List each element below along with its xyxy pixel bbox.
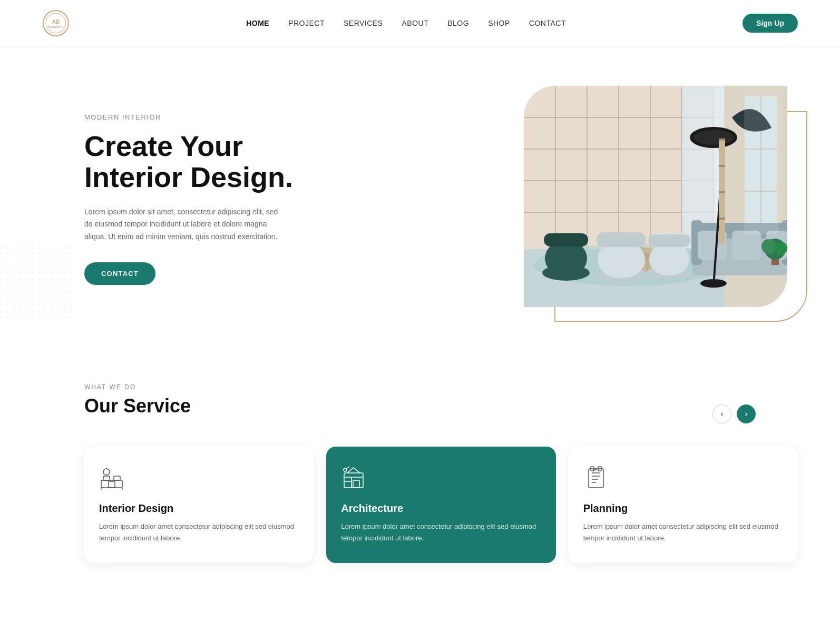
svg-line-75 [346,467,349,469]
navbar: AD Authentic HOME PROJECT SERVICES ABOUT… [0,0,840,46]
svg-rect-32 [732,231,761,260]
architecture-icon [341,466,366,491]
dot-pattern-decoration [0,246,74,320]
hero-section: MODERN INTERIOR Create Your Interior Des… [0,46,840,352]
hero-title: Create Your Interior Design. [84,131,306,193]
card-desc-planning: Lorem ipsum dolor amet consectetur adipi… [583,521,783,544]
svg-point-49 [694,130,734,145]
services-section: WHAT WE DO Our Service ‹ › Interior Desi… [0,352,840,605]
svg-rect-63 [114,476,120,480]
logo-icon: AD Authentic [42,9,70,37]
signup-button[interactable]: Sign Up [743,14,798,33]
nav-item-shop[interactable]: SHOP [488,18,510,28]
hero-image-container [524,86,798,312]
card-desc-architecture: Lorem ipsum dolor amet consectetur adipi… [341,521,541,544]
hero-subtitle: MODERN INTERIOR [84,113,306,121]
logo[interactable]: AD Authentic [42,9,70,37]
svg-rect-52 [719,139,725,141]
svg-rect-76 [589,469,603,488]
hero-image-area [306,86,798,312]
svg-rect-66 [109,481,115,488]
service-card-interior-design: Interior Design Lorem ipsum dolor amet c… [84,447,314,563]
nav-item-services[interactable]: SERVICES [344,18,383,28]
nav-item-contact[interactable]: CONTACT [529,18,566,28]
card-desc-interior: Lorem ipsum dolor amet consectetur adipi… [99,521,299,544]
hero-description: Lorem ipsum dolor sit amet, consectetur … [84,206,285,243]
svg-rect-60 [744,95,778,234]
card-title-interior: Interior Design [99,502,299,515]
svg-rect-43 [597,232,646,247]
carousel-controls: ‹ › [712,404,756,423]
hero-text-block: MODERN INTERIOR Create Your Interior Des… [84,113,306,285]
nav-item-about[interactable]: ABOUT [402,18,429,28]
svg-point-59 [775,242,787,254]
carousel-next-button[interactable]: › [737,404,756,423]
nav-item-project[interactable]: PROJECT [288,18,325,28]
svg-rect-73 [353,480,359,488]
card-title-planning: Planning [583,502,783,515]
svg-text:Authentic: Authentic [48,25,64,28]
svg-point-67 [103,469,110,475]
service-cards-row: Interior Design Lorem ipsum dolor amet c… [84,447,798,563]
service-card-planning: Planning Lorem ipsum dolor amet consecte… [569,447,798,563]
nav-item-blog[interactable]: BLOG [447,18,469,28]
planning-icon [583,466,609,491]
services-tag: WHAT WE DO [84,383,798,391]
svg-point-50 [700,279,727,288]
svg-text:AD: AD [52,19,60,25]
room-illustration [524,86,787,307]
svg-rect-54 [719,191,725,193]
svg-point-58 [761,239,776,254]
svg-rect-53 [719,165,725,167]
services-title: Our Service [84,395,798,417]
svg-rect-45 [649,243,689,275]
svg-rect-5 [0,246,74,320]
card-title-architecture: Architecture [341,502,541,515]
interior-design-icon [99,466,124,491]
svg-rect-46 [648,234,690,247]
hero-contact-button[interactable]: CONTACT [84,262,155,285]
hero-image [524,86,787,307]
nav-item-home[interactable]: HOME [246,18,269,28]
svg-rect-55 [719,218,725,220]
service-card-architecture: Architecture Lorem ipsum dolor amet cons… [326,447,555,563]
svg-rect-62 [103,476,110,480]
services-header: WHAT WE DO Our Service [84,383,798,417]
nav-links: HOME PROJECT SERVICES ABOUT BLOG SHOP CO… [246,18,566,28]
svg-rect-40 [544,233,588,246]
carousel-prev-button[interactable]: ‹ [712,404,731,423]
